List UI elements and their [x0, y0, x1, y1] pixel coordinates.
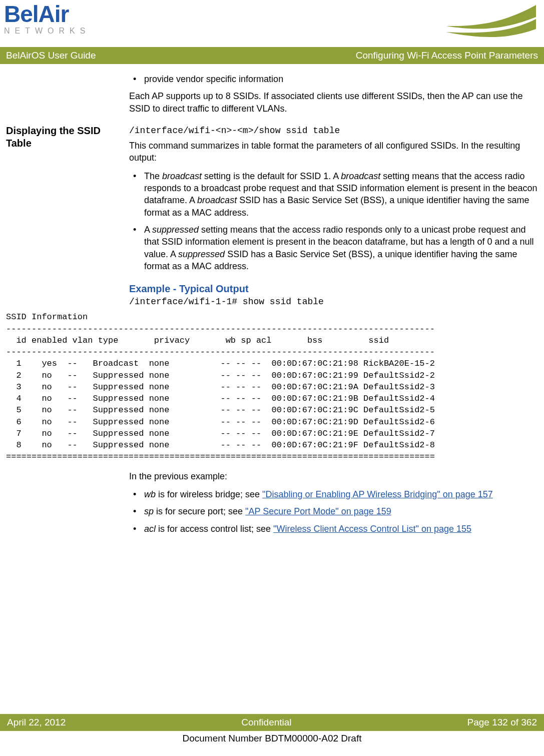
footer-date: April 22, 2012: [7, 717, 66, 728]
footer-confidential: Confidential: [241, 717, 291, 728]
table-row: 3 no -- Suppressed none -- -- -- 00:0D:6…: [6, 382, 538, 392]
section-heading: Displaying the SSID Table: [6, 125, 129, 150]
logo: BelAir NETWORKS: [4, 4, 90, 36]
example-command: /interface/wifi-1-1# show ssid table: [129, 296, 538, 308]
description: This command summarizes in table format …: [129, 140, 538, 164]
bullet-suppressed: A suppressed setting means that the acce…: [129, 224, 538, 272]
table-separator-mid: ----------------------------------------…: [6, 347, 538, 357]
guide-title: BelAirOS User Guide: [6, 50, 96, 61]
logo-top: BelAir: [4, 4, 90, 25]
post-example-text: In the previous example:: [129, 470, 538, 482]
section-title: Configuring Wi-Fi Access Point Parameter…: [356, 50, 538, 61]
def-sp: sp is for secure port; see "AP Secure Po…: [129, 505, 538, 517]
link-wb[interactable]: "Disabling or Enabling AP Wireless Bridg…: [262, 489, 493, 499]
table-header: id enabled vlan type privacy wb sp acl b…: [6, 335, 538, 346]
table-separator-top: ----------------------------------------…: [6, 324, 538, 334]
def-acl: acl is for access control list; see "Wir…: [129, 523, 538, 535]
footer-document-number: Document Number BDTM00000-A02 Draft: [0, 731, 544, 744]
link-sp[interactable]: "AP Secure Port Mode" on page 159: [245, 506, 391, 516]
footer-page: Page 132 of 362: [467, 717, 537, 728]
ssid-table-title: SSID Information: [6, 312, 538, 322]
table-row: 4 no -- Suppressed none -- -- -- 00:0D:6…: [6, 393, 538, 404]
command-syntax: /interface/wifi-<n>-<m>/show ssid table: [129, 125, 538, 137]
link-acl[interactable]: "Wireless Client Access Control List" on…: [273, 524, 471, 534]
title-bar: BelAirOS User Guide Configuring Wi-Fi Ac…: [0, 47, 544, 64]
table-end: ========================================…: [6, 451, 538, 462]
def-wb: wb is for wireless bridge; see "Disablin…: [129, 488, 538, 500]
bullet-broadcast: The broadcast setting is the default for…: [129, 170, 538, 219]
intro-bullet: provide vendor specific information: [129, 73, 538, 85]
table-row: 6 no -- Suppressed none -- -- -- 00:0D:6…: [6, 417, 538, 427]
swoosh-icon: [446, 4, 536, 44]
table-row: 5 no -- Suppressed none -- -- -- 00:0D:6…: [6, 405, 538, 415]
table-row: 1 yes -- Broadcast none -- -- -- 00:0D:6…: [6, 358, 538, 369]
intro-paragraph: Each AP supports up to 8 SSIDs. If assoc…: [129, 90, 538, 115]
table-row: 7 no -- Suppressed none -- -- -- 00:0D:6…: [6, 428, 538, 439]
logo-bottom: NETWORKS: [4, 27, 90, 36]
example-heading: Example - Typical Output: [129, 282, 538, 296]
table-row: 8 no -- Suppressed none -- -- -- 00:0D:6…: [6, 440, 538, 450]
footer-bar: April 22, 2012 Confidential Page 132 of …: [0, 714, 544, 731]
table-row: 2 no -- Suppressed none -- -- -- 00:0D:6…: [6, 370, 538, 381]
